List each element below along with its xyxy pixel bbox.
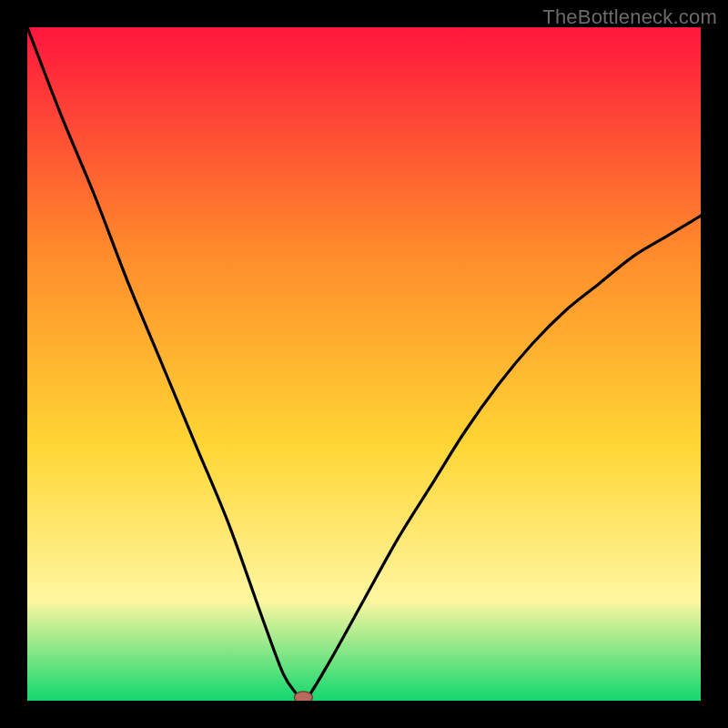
chart-svg [27, 27, 701, 701]
chart-frame: TheBottleneck.com [0, 0, 728, 728]
watermark-text: TheBottleneck.com [542, 5, 717, 29]
plot-area [27, 27, 701, 701]
optimal-point-marker [294, 692, 312, 701]
